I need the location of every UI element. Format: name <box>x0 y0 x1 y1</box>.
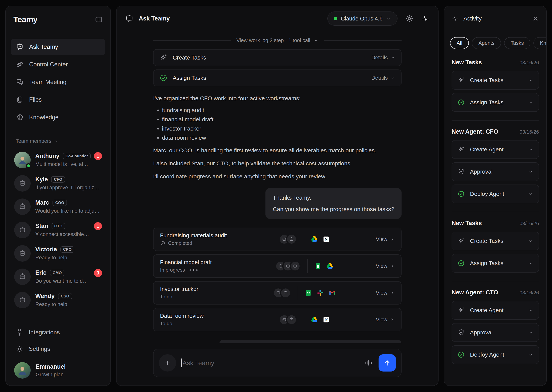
member-row-eric[interactable]: Eric CMO Do you want me to draft the spe… <box>11 266 105 288</box>
view-button[interactable]: View <box>376 290 395 296</box>
activity-item-assign-tasks[interactable]: Assign Tasks <box>451 93 539 112</box>
sidebar-item-control-center[interactable]: Control Center <box>11 56 105 73</box>
task-card-fundraising-audit[interactable]: Fundraising materials audit Completed <box>153 228 401 251</box>
close-icon[interactable] <box>532 15 539 22</box>
activity-item-assign-tasks[interactable]: Assign Tasks <box>451 254 539 273</box>
input-placeholder: Ask Teamy <box>182 359 214 367</box>
settings-icon[interactable] <box>405 14 414 23</box>
details-button[interactable]: Details <box>371 55 395 61</box>
nav-label: Ask Teamy <box>29 43 58 50</box>
member-row-victoria[interactable]: Victoria CPO Ready to help <box>11 242 105 265</box>
activity-item-deploy-agent[interactable]: Deploy Agent <box>451 184 539 203</box>
tool-card-label: Create Tasks <box>173 54 206 61</box>
google-drive-icon <box>311 235 318 243</box>
team-members-header[interactable]: Team members <box>16 138 101 144</box>
shield-check-icon <box>457 168 465 175</box>
slack-icon <box>316 289 324 297</box>
details-button[interactable]: Details <box>371 75 395 81</box>
view-button[interactable]: View <box>376 317 395 323</box>
tool-card-create-tasks[interactable]: Create Tasks Details <box>153 49 401 66</box>
model-selector[interactable]: Claude Opus 4.6 <box>327 12 398 26</box>
task-card-data-room[interactable]: Data room review To do View <box>153 308 401 331</box>
unread-badge: 1 <box>94 152 102 160</box>
task-card-investor-tracker[interactable]: Investor tracker To do View <box>153 281 401 305</box>
arrow-up-icon <box>383 359 391 367</box>
nav-label: Knowledge <box>29 114 58 121</box>
chevron-down-icon <box>54 139 59 144</box>
assistant-message: Marc, our COO, is handling the first rev… <box>153 146 401 155</box>
member-row-stan[interactable]: Stan CTO X connect accessible, you can c… <box>11 219 105 241</box>
message-input-field[interactable]: Ask Teamy <box>181 358 364 367</box>
sidebar-item-files[interactable]: Files <box>11 91 105 108</box>
sidebar-item-ask-teamy[interactable]: Ask Teamy <box>11 39 105 55</box>
sidebar-item-integrations[interactable]: Integrations <box>11 325 105 340</box>
tab-all[interactable]: All <box>450 37 469 49</box>
chat-bot-icon <box>125 14 134 23</box>
chevron-down-icon <box>528 261 533 266</box>
model-name: Claude Opus 4.6 <box>341 15 383 22</box>
activity-item-create-tasks[interactable]: Create Tasks <box>451 71 539 90</box>
sidebar-item-team-meeting[interactable]: Team Meeting <box>11 74 105 90</box>
voice-input-icon[interactable] <box>364 359 373 367</box>
chevron-down-icon <box>390 55 395 60</box>
sidebar-item-settings[interactable]: Settings <box>11 341 105 357</box>
role-badge: CTO <box>51 223 65 229</box>
member-row-kyle[interactable]: Kyle CFO If you approve, I'll organize t… <box>11 172 105 195</box>
footer-label: Integrations <box>29 329 60 336</box>
activity-item-create-agent[interactable]: Create Agent <box>451 301 539 320</box>
activity-item-approval[interactable]: Approval <box>451 162 539 181</box>
list-item: fundraising audit <box>162 106 401 114</box>
work-log-toggle[interactable]: View work log 2 step · 1 tool call <box>236 37 318 43</box>
view-button[interactable]: View <box>376 236 395 242</box>
message-input[interactable]: Ask Teamy <box>153 349 401 377</box>
chat-scroll-area[interactable]: View work log 2 step · 1 tool call Creat… <box>116 31 438 343</box>
documents-icon <box>16 96 24 104</box>
view-button[interactable]: View <box>376 263 395 269</box>
sparkle-icon <box>457 76 465 84</box>
tab-agents[interactable]: Agents <box>472 37 501 49</box>
chevron-down-icon <box>528 330 533 335</box>
chat-bubbles-icon <box>16 78 24 86</box>
chevron-right-icon <box>390 317 395 322</box>
send-button[interactable] <box>378 354 396 371</box>
activity-item-approval[interactable]: Approval <box>451 323 539 342</box>
brain-icon <box>16 113 24 121</box>
tab-knowledge[interactable]: Knowledge <box>533 37 546 49</box>
task-card-financial-model[interactable]: Financial model draft In progress <box>153 254 401 278</box>
chat-panel: Ask Teamy Claude Opus 4.6 View work log … <box>116 6 439 386</box>
member-row-marc[interactable]: Marc COO Would you like me to adjust the… <box>11 196 105 218</box>
orbit-icon <box>16 61 24 69</box>
app-logo: Teamy <box>14 15 37 24</box>
left-sidebar: Teamy Ask Teamy Control Center Team Meet… <box>5 6 111 386</box>
sidebar-item-knowledge[interactable]: Knowledge <box>11 109 105 126</box>
collapse-sidebar-icon[interactable] <box>95 15 103 24</box>
member-name: Kyle <box>35 176 48 183</box>
member-row-wendy[interactable]: Wendy CSO Ready to help <box>11 289 105 311</box>
plug-icon <box>16 329 23 336</box>
chevron-down-icon <box>528 191 533 196</box>
attach-button[interactable] <box>159 354 176 371</box>
check-circle-icon <box>457 351 465 358</box>
tab-tasks[interactable]: Tasks <box>504 37 530 49</box>
task-status: To do <box>160 294 233 300</box>
activity-panel: Activity All Agents Tasks Knowledge New … <box>444 6 547 386</box>
activity-toggle-icon[interactable] <box>421 14 430 23</box>
chevron-down-icon <box>528 78 533 83</box>
tool-card-assign-tasks[interactable]: Assign Tasks Details <box>153 70 401 86</box>
member-preview: Ready to help <box>35 255 102 261</box>
sidebar-nav: Ask Teamy Control Center Team Meeting Fi… <box>11 39 105 126</box>
activity-item-create-tasks[interactable]: Create Tasks <box>451 231 539 250</box>
activity-item-deploy-agent[interactable]: Deploy Agent <box>451 345 539 364</box>
member-row-anthony[interactable]: Anthony Co-Founder Multi model is live, … <box>11 149 105 171</box>
activity-item-create-agent[interactable]: Create Agent <box>451 140 539 159</box>
user-profile[interactable]: Emmanuel Growth plan <box>11 357 105 380</box>
member-name: Wendy <box>35 293 55 300</box>
chevron-up-icon <box>313 38 318 43</box>
unread-badge: 1 <box>94 222 102 230</box>
role-badge: CSO <box>58 293 72 299</box>
robot-icon <box>18 226 27 234</box>
activity-feed[interactable]: New Tasks 03/16/26 Create Tasks Assign T… <box>444 49 546 385</box>
divider <box>304 312 304 327</box>
chevron-down-icon <box>528 238 533 244</box>
role-badge: CPO <box>60 246 74 253</box>
